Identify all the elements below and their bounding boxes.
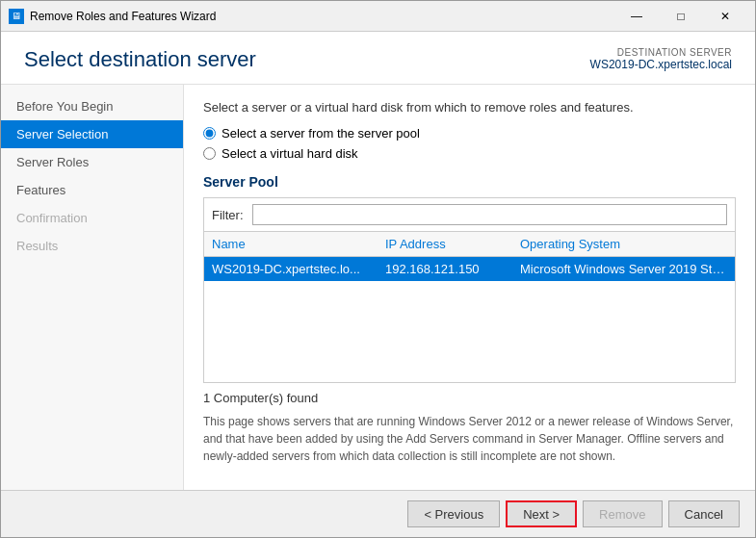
sidebar-item-results: Results	[1, 232, 183, 260]
sidebar-item-server-selection[interactable]: Server Selection	[1, 120, 183, 148]
wizard-header: Select destination server DESTINATION SE…	[1, 32, 755, 85]
wizard-content: Before You Begin Server Selection Server…	[1, 85, 755, 490]
sidebar-item-features[interactable]: Features	[1, 176, 183, 204]
sidebar: Before You Begin Server Selection Server…	[1, 85, 184, 490]
destination-server-info: DESTINATION SERVER WS2019-DC.xpertstec.l…	[590, 47, 732, 71]
column-name[interactable]: Name	[204, 232, 378, 256]
app-icon: 🖥	[9, 9, 24, 24]
column-ip[interactable]: IP Address	[378, 232, 512, 256]
destination-server-name: WS2019-DC.xpertstec.local	[590, 58, 732, 71]
column-os[interactable]: Operating System	[512, 232, 735, 256]
server-pool-title: Server Pool	[203, 174, 736, 190]
cell-server-os: Microsoft Windows Server 2019 Standard	[512, 257, 735, 281]
table-row[interactable]: WS2019-DC.xpertstec.lo... 192.168.121.15…	[204, 257, 735, 281]
minimize-button[interactable]: —	[614, 1, 659, 32]
radio-virtual-disk-label[interactable]: Select a virtual hard disk	[222, 146, 358, 161]
sidebar-item-before-you-begin[interactable]: Before You Begin	[1, 92, 183, 120]
table-header: Name IP Address Operating System	[204, 232, 735, 257]
filter-label: Filter:	[212, 208, 247, 222]
sidebar-item-server-roles[interactable]: Server Roles	[1, 148, 183, 176]
info-text: This page shows servers that are running…	[203, 413, 736, 465]
cell-server-name: WS2019-DC.xpertstec.lo...	[204, 257, 378, 281]
window-controls: — □ ✕	[614, 1, 747, 32]
previous-button[interactable]: < Previous	[407, 500, 500, 527]
wizard-footer: < Previous Next > Remove Cancel	[1, 490, 755, 537]
cell-server-ip: 192.168.121.150	[378, 257, 512, 281]
maximize-button[interactable]: □	[659, 1, 703, 32]
radio-server-pool-label[interactable]: Select a server from the server pool	[222, 126, 420, 141]
cancel-button[interactable]: Cancel	[668, 500, 740, 527]
server-pool-container: Filter: Name IP Address Operating System…	[203, 197, 736, 383]
table-body: WS2019-DC.xpertstec.lo... 192.168.121.15…	[204, 257, 735, 382]
main-content: Select a server or a virtual hard disk f…	[184, 85, 755, 490]
radio-server-pool[interactable]	[203, 127, 216, 140]
page-description: Select a server or a virtual hard disk f…	[203, 100, 736, 115]
radio-server-pool-row: Select a server from the server pool	[203, 126, 736, 141]
title-bar: 🖥 Remove Roles and Features Wizard — □ ✕	[1, 1, 755, 32]
page-title: Select destination server	[24, 47, 256, 72]
radio-virtual-disk-row: Select a virtual hard disk	[203, 146, 736, 161]
window-title: Remove Roles and Features Wizard	[30, 10, 614, 23]
destination-label: DESTINATION SERVER	[590, 47, 732, 58]
close-button[interactable]: ✕	[703, 1, 747, 32]
sidebar-item-confirmation: Confirmation	[1, 204, 183, 232]
found-count: 1 Computer(s) found	[203, 391, 736, 405]
remove-button[interactable]: Remove	[583, 500, 662, 527]
filter-input[interactable]	[252, 204, 727, 225]
source-selection-group: Select a server from the server pool Sel…	[203, 126, 736, 161]
wizard-window: 🖥 Remove Roles and Features Wizard — □ ✕…	[0, 0, 756, 538]
next-button[interactable]: Next >	[506, 500, 577, 527]
radio-virtual-disk[interactable]	[203, 147, 216, 160]
filter-row: Filter:	[204, 198, 735, 232]
